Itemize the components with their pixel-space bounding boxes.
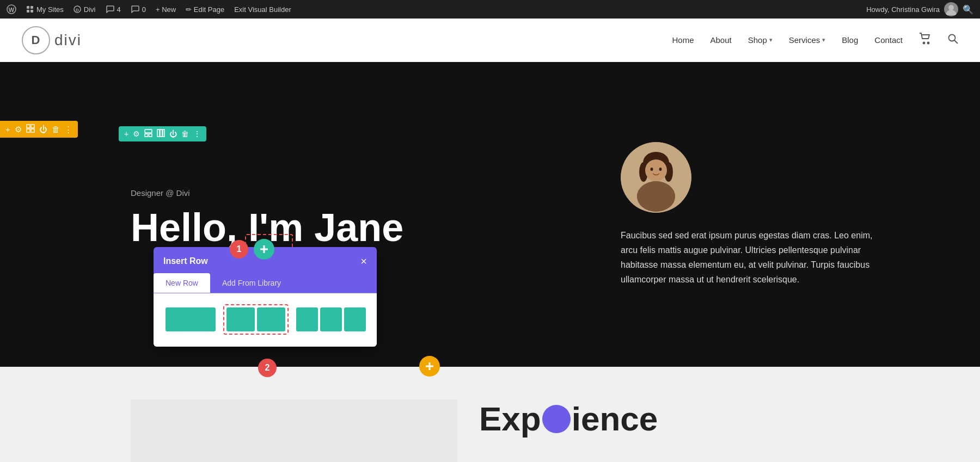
module-delete-icon[interactable]: 🗑 <box>181 130 189 138</box>
svg-point-26 <box>637 181 675 212</box>
main-content: + ⚙ ⏻ 🗑 ⋮ + ⚙ ⏻ 🗑 ⋮ Designer @ Divi <box>0 62 980 462</box>
svg-line-12 <box>954 40 958 44</box>
section-add-icon[interactable]: + <box>5 125 10 134</box>
popup-close-button[interactable]: × <box>360 256 367 267</box>
module-controls-bar: + ⚙ ⏻ 🗑 ⋮ <box>119 126 206 141</box>
svg-point-30 <box>645 159 667 181</box>
nav-home[interactable]: Home <box>672 35 694 45</box>
col-2 <box>320 307 342 331</box>
popup-tabs: New Row Add From Library <box>154 273 377 293</box>
svg-text:W: W <box>9 7 15 13</box>
wp-logo-item[interactable]: W <box>7 4 16 14</box>
module-cols-icon[interactable] <box>157 129 165 139</box>
edit-page-item[interactable]: ✏ Edit Page <box>186 5 224 14</box>
admin-bar: W My Sites D Divi 4 0 + New ✏ Edit Page … <box>0 0 980 19</box>
hero-section: + ⚙ ⏻ 🗑 ⋮ + ⚙ ⏻ 🗑 ⋮ Designer @ Divi <box>0 62 980 367</box>
svg-rect-22 <box>163 130 164 137</box>
add-section-button[interactable] <box>419 356 440 377</box>
hero-right: Faucibus sed sed erat ipsum purus egesta… <box>599 62 980 367</box>
step-badge-1: 1 <box>230 240 248 258</box>
search-icon[interactable]: 🔍 <box>963 4 973 15</box>
search-nav-icon[interactable] <box>947 33 958 47</box>
svg-rect-2 <box>27 6 29 9</box>
col-left <box>226 307 255 331</box>
services-dropdown-arrow: ▾ <box>822 36 825 44</box>
svg-rect-18 <box>145 134 148 137</box>
hero-avatar <box>621 142 691 213</box>
exp-content-right: Exp ience <box>457 399 947 462</box>
svg-point-32 <box>659 168 662 171</box>
section-more-icon[interactable]: ⋮ <box>64 125 72 134</box>
exit-vb-item[interactable]: Exit Visual Builder <box>234 5 291 14</box>
svg-point-8 <box>948 5 954 10</box>
module-settings-icon[interactable]: ⚙ <box>133 130 140 138</box>
col-3 <box>344 307 366 331</box>
svg-rect-16 <box>31 129 34 132</box>
svg-point-10 <box>928 42 929 44</box>
hero-bio: Faucibus sed sed erat ipsum purus egesta… <box>621 228 882 287</box>
section-layout-icon[interactable] <box>26 124 35 134</box>
admin-bar-right: Howdy, Christina Gwira 🔍 <box>866 2 973 16</box>
section-delete-icon[interactable]: 🗑 <box>52 125 60 134</box>
tab-new-row[interactable]: New Row <box>154 273 210 293</box>
nav-blog[interactable]: Blog <box>842 35 858 45</box>
experience-title-circle <box>542 405 571 433</box>
svg-rect-19 <box>149 134 152 137</box>
shop-dropdown-arrow: ▾ <box>769 36 773 44</box>
cart-icon[interactable] <box>919 33 931 47</box>
module-add-icon[interactable]: + <box>124 130 128 138</box>
popup-title: Insert Row <box>163 256 208 266</box>
step-badge-2: 2 <box>258 359 277 377</box>
site-nav: Home About Shop ▾ Services ▾ Blog Contac… <box>672 33 958 47</box>
nav-shop[interactable]: Shop ▾ <box>748 35 773 45</box>
hero-subtitle: Designer @ Divi <box>131 188 566 198</box>
section-controls-bar: + ⚙ ⏻ 🗑 ⋮ <box>0 121 78 138</box>
hero-title: Hello, I'm Jane <box>131 206 566 249</box>
popup-body <box>154 293 377 347</box>
experience-section: Exp ience <box>0 367 980 462</box>
experience-title: Exp ience <box>479 399 926 438</box>
module-layout-icon[interactable] <box>144 129 152 139</box>
module-more-icon[interactable]: ⋮ <box>193 130 201 138</box>
svg-rect-4 <box>27 10 29 13</box>
svg-rect-3 <box>30 6 33 9</box>
comments-count-item[interactable]: 4 <box>106 5 121 14</box>
avatar <box>944 2 958 16</box>
divi-item[interactable]: D Divi <box>74 5 96 14</box>
svg-rect-15 <box>27 129 30 132</box>
comments-zero-item[interactable]: 0 <box>131 5 146 14</box>
layout-1col[interactable] <box>163 305 218 334</box>
svg-rect-13 <box>27 125 30 128</box>
layout-2col-selected[interactable] <box>223 304 289 335</box>
logo-circle: D <box>22 26 50 54</box>
insert-row-trigger-button[interactable] <box>254 239 274 260</box>
layout-3col[interactable] <box>294 305 368 334</box>
section-settings-icon[interactable]: ⚙ <box>15 125 22 134</box>
site-header: D divi Home About Shop ▾ Services ▾ Blog… <box>0 19 980 62</box>
svg-rect-17 <box>145 130 152 133</box>
new-item[interactable]: + New <box>156 5 176 14</box>
tab-add-from-library[interactable]: Add From Library <box>210 273 293 293</box>
module-power-icon[interactable]: ⏻ <box>169 130 177 138</box>
svg-point-11 <box>949 35 955 41</box>
col-right <box>257 307 285 331</box>
svg-rect-21 <box>160 130 162 137</box>
section-power-icon[interactable]: ⏻ <box>39 125 47 134</box>
svg-point-9 <box>923 42 925 44</box>
nav-contact[interactable]: Contact <box>874 35 903 45</box>
exp-content-left <box>131 399 457 462</box>
col-1 <box>296 307 318 331</box>
svg-rect-14 <box>31 125 34 128</box>
insert-row-popup: Insert Row × New Row Add From Library <box>154 247 377 347</box>
col-single <box>166 307 216 331</box>
site-logo[interactable]: D divi <box>22 26 82 54</box>
logo-text: divi <box>54 32 82 49</box>
svg-point-31 <box>651 168 653 171</box>
svg-rect-20 <box>157 130 160 137</box>
nav-about[interactable]: About <box>710 35 731 45</box>
my-sites-item[interactable]: My Sites <box>26 5 64 14</box>
below-hero: Exp ience <box>0 367 980 462</box>
nav-services[interactable]: Services ▾ <box>789 35 826 45</box>
svg-text:D: D <box>76 8 79 13</box>
svg-rect-5 <box>30 10 33 13</box>
